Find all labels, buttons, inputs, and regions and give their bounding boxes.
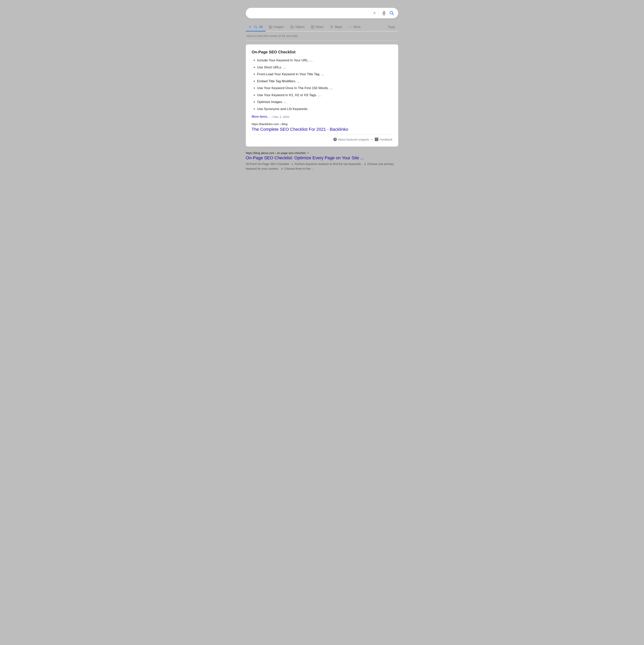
svg-point-18 xyxy=(349,27,350,27)
second-search-result: https://blog.alexa.com › on-page-seo-che… xyxy=(246,151,398,174)
maps-tab-icon xyxy=(330,25,333,29)
result-url: https://blog.alexa.com › on-page-seo-che… xyxy=(246,151,306,155)
tab-more-label: More xyxy=(353,25,360,29)
news-tab-icon xyxy=(311,25,314,29)
divider-icon xyxy=(378,11,379,15)
tab-maps-label: Maps xyxy=(335,25,342,29)
tab-all[interactable]: G All xyxy=(246,23,266,31)
results-count: About 6,200,000 results (0.58 seconds) xyxy=(246,34,398,37)
snippet-list: Include Your Keyword In Your URL. ... Us… xyxy=(252,58,392,112)
svg-point-20 xyxy=(351,27,352,27)
videos-tab-icon xyxy=(290,25,294,29)
result-title-link[interactable]: On-Page SEO Checklist: Optimize Every Pa… xyxy=(246,155,398,161)
search-icon[interactable] xyxy=(389,11,394,16)
tab-news[interactable]: News xyxy=(308,23,327,31)
all-tab-icon: G xyxy=(249,25,253,29)
more-items-row: More items... • Dec 3, 2020 xyxy=(252,115,392,119)
more-items-date: • Dec 3, 2020 xyxy=(272,115,289,119)
images-tab-icon xyxy=(269,25,272,29)
more-tab-icon xyxy=(349,25,352,29)
svg-text:G: G xyxy=(249,26,251,28)
more-items-link[interactable]: More items... xyxy=(252,115,270,119)
search-input[interactable]: on page seo checklist xyxy=(250,11,373,15)
feedback-label: Feedback xyxy=(379,138,392,141)
about-label: About featured snippets xyxy=(338,138,369,141)
list-item: Front-Load Your Keyword In Your Title Ta… xyxy=(257,72,392,77)
snippet-footer: ? About featured snippets • ! Feedback xyxy=(252,135,392,141)
list-item: Include Your Keyword In Your URL. ... xyxy=(257,58,392,63)
svg-line-3 xyxy=(392,14,394,15)
svg-point-19 xyxy=(350,27,351,27)
mic-icon[interactable] xyxy=(381,11,386,16)
search-icons: × xyxy=(373,11,394,16)
nav-tabs: G All Images xyxy=(246,23,398,31)
snippet-url: https://backlinko.com › Blog xyxy=(252,122,392,126)
result-url-row: https://blog.alexa.com › on-page-seo-che… xyxy=(246,151,398,155)
tools-button[interactable]: Tools xyxy=(385,23,398,31)
svg-point-17 xyxy=(331,26,332,27)
svg-rect-1 xyxy=(383,11,384,13)
tab-images[interactable]: Images xyxy=(266,23,287,31)
feedback-icon: ! xyxy=(375,138,378,141)
featured-snippet: On-Page SEO Checklist Include Your Keywo… xyxy=(246,44,398,147)
tab-images-label: Images xyxy=(274,25,284,29)
list-item: Embed Title Tag Modifiers. ... xyxy=(257,79,392,84)
clear-icon[interactable]: × xyxy=(373,11,376,16)
about-icon: ? xyxy=(333,138,337,141)
snippet-title-link[interactable]: The Complete SEO Checklist For 2021 - Ba… xyxy=(252,127,348,132)
list-item: Optimize Images. ... xyxy=(257,99,392,104)
result-description: 33-Point On-Page SEO Checklist · 1. Perf… xyxy=(246,162,398,171)
tab-videos[interactable]: Videos xyxy=(287,23,308,31)
tab-videos-label: Videos xyxy=(295,25,305,29)
search-bar: on page seo checklist × xyxy=(246,8,398,18)
list-item: Use Your Keyword Once In The First 150 W… xyxy=(257,85,392,91)
tab-all-label: All xyxy=(259,25,263,29)
google-search-icon xyxy=(254,25,258,29)
footer-dot: • xyxy=(371,138,372,141)
snippet-title: On-Page SEO Checklist xyxy=(252,50,392,54)
svg-line-7 xyxy=(256,27,257,28)
result-dropdown-icon[interactable]: ▼ xyxy=(307,152,309,155)
about-featured-snippets[interactable]: ? About featured snippets xyxy=(333,138,369,141)
svg-marker-12 xyxy=(292,27,293,28)
feedback-button[interactable]: ! Feedback xyxy=(375,138,392,141)
list-item: Use Synonyms and LSI Keywords. xyxy=(257,106,392,112)
tab-more[interactable]: More xyxy=(345,23,364,31)
list-item: Use Your Keyword in H1, H2 or H3 Tags. .… xyxy=(257,93,392,98)
tab-news-label: News xyxy=(316,25,324,29)
list-item: Use Short URLs. ... xyxy=(257,65,392,70)
tab-maps[interactable]: Maps xyxy=(327,23,345,31)
page-wrapper: on page seo checklist × xyxy=(246,8,398,174)
